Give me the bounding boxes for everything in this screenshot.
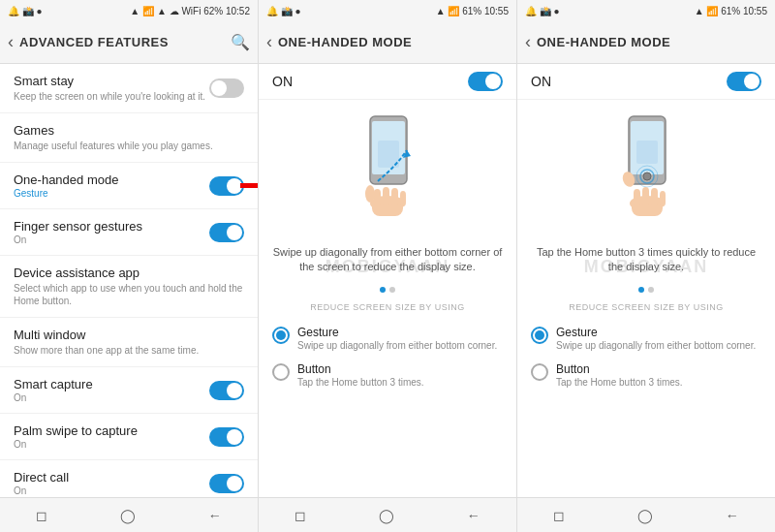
svg-point-14 [643, 172, 651, 180]
setting-multi-window[interactable]: Multi window Show more than one app at t… [0, 318, 258, 367]
toggle-smart-stay[interactable] [209, 78, 244, 98]
battery-mid: ▲ 📶 61% 10:55 [436, 6, 509, 16]
radio-button-gesture[interactable] [272, 363, 290, 381]
panel-one-handed-gesture: MOBIGYAAN 🔔 📸 ● ▲ 📶 61% 10:55 ‹ ONE-HAND… [259, 0, 517, 532]
toggle-one-handed[interactable] [209, 176, 244, 196]
option-gesture-gesture[interactable]: Gesture Swipe up diagonally from either … [259, 320, 516, 357]
search-icon[interactable]: 🔍 [231, 33, 250, 51]
setting-sub-smart-capture: On [14, 392, 93, 403]
toggle-palm-swipe[interactable] [209, 427, 244, 447]
setting-smart-capture[interactable]: Smart capture On [0, 367, 258, 414]
setting-title-palm-swipe: Palm swipe to capture [14, 423, 138, 438]
setting-direct-call[interactable]: Direct call On [0, 460, 258, 497]
setting-smart-stay[interactable]: Smart stay Keep the screen on while you'… [0, 64, 258, 113]
setting-device-assistance[interactable]: Device assistance app Select which app t… [0, 256, 258, 318]
arrow-one-handed [240, 178, 258, 194]
nav-recent[interactable]: ◻ [36, 508, 47, 523]
toggle-ohm-button[interactable] [727, 72, 761, 91]
option-title-button-b: Button [556, 362, 683, 376]
nav-recent-right[interactable]: ◻ [553, 508, 565, 523]
panel-title-right: ONE-HANDED MODE [537, 35, 767, 49]
status-bar-left: 🔔 📸 ● ▲ 📶 ▲ ☁ WiFi 62% 10:52 [0, 0, 258, 21]
setting-desc-device-assistance: Select which app to use when you touch a… [14, 282, 244, 307]
reduce-label-button: REDUCE SCREEN SIZE BY USING [555, 297, 736, 316]
panel-advanced-features: 🔔 📸 ● ▲ 📶 ▲ ☁ WiFi 62% 10:52 ‹ ADVANCED … [0, 0, 259, 532]
svg-rect-5 [374, 189, 381, 206]
status-left-mid: 🔔 📸 ● [266, 6, 301, 16]
setting-title-multi-window: Multi window [14, 328, 244, 342]
back-button[interactable]: ‹ [8, 32, 14, 52]
option-text-gesture-b: Gesture Swipe up diagonally from either … [556, 326, 756, 351]
ohm-on-label-button: ON [531, 74, 551, 89]
nav-home[interactable]: ◯ [120, 508, 136, 523]
top-bar-advanced: ‹ ADVANCED FEATURES 🔍 [0, 21, 258, 64]
ohm-options-button: Gesture Swipe up diagonally from either … [517, 316, 775, 397]
bottom-nav-left: ◻ ◯ ← [0, 497, 258, 532]
panel-title-mid: ONE-HANDED MODE [278, 35, 509, 49]
setting-desc-smart-stay: Keep the screen on while you're looking … [14, 90, 205, 103]
svg-rect-7 [391, 188, 398, 206]
ohm-on-row-gesture: ON [259, 64, 516, 100]
option-gesture-button[interactable]: Gesture Swipe up diagonally from either … [517, 320, 775, 357]
option-desc-gesture: Swipe up diagonally from either bottom c… [297, 340, 497, 351]
nav-back[interactable]: ← [208, 508, 222, 523]
dots-row-button [638, 283, 654, 297]
svg-rect-22 [660, 191, 666, 206]
setting-title-direct-call: Direct call [14, 470, 69, 485]
toggle-finger-sensor[interactable] [209, 223, 244, 242]
back-button-right[interactable]: ‹ [525, 32, 531, 52]
setting-title-finger-sensor: Finger sensor gestures [14, 219, 142, 234]
setting-desc-games: Manage useful features while you play ga… [14, 140, 244, 152]
setting-sub-finger-sensor: On [14, 235, 142, 245]
setting-games[interactable]: Games Manage useful features while you p… [0, 113, 258, 163]
ohm-on-row-button: ON [517, 64, 775, 100]
settings-list: Smart stay Keep the screen on while you'… [0, 64, 258, 497]
radio-gesture[interactable] [272, 327, 290, 344]
dot-b1 [638, 287, 644, 293]
nav-home-mid[interactable]: ◯ [379, 508, 394, 523]
setting-one-handed-mode[interactable]: One-handed mode Gesture [0, 163, 258, 209]
radio-button-b[interactable] [531, 363, 548, 381]
dot-1 [380, 287, 386, 293]
toggle-direct-call[interactable] [209, 474, 244, 493]
toggle-ohm-gesture[interactable] [468, 72, 503, 91]
ohm-on-label-gesture: ON [272, 74, 293, 89]
nav-home-right[interactable]: ◯ [637, 508, 653, 523]
reduce-label-gesture: REDUCE SCREEN SIZE BY USING [296, 297, 478, 316]
battery-left: ▲ ☁ WiFi 62% 10:52 [157, 6, 250, 16]
nav-back-right[interactable]: ← [726, 508, 739, 523]
status-right: ▲ 📶 ▲ ☁ WiFi 62% 10:52 [130, 6, 250, 16]
panel-one-handed-button: MOBIGYAAN 🔔 📸 ● ▲ 📶 61% 10:55 ‹ ONE-HAND… [517, 0, 775, 532]
signal-icons: ▲ 📶 [130, 6, 154, 16]
ohm-desc-button: Tap the Home button 3 times quickly to r… [517, 245, 775, 283]
nav-recent-mid[interactable]: ◻ [294, 508, 306, 523]
option-button-button[interactable]: Button Tap the Home button 3 times. [517, 357, 775, 393]
option-title-gesture-b: Gesture [556, 326, 756, 339]
panel-title-advanced: ADVANCED FEATURES [19, 35, 225, 49]
bottom-nav-mid: ◻ ◯ ← [259, 497, 516, 532]
setting-palm-swipe[interactable]: Palm swipe to capture On [0, 414, 258, 460]
phone-illustration-gesture [349, 111, 426, 237]
option-desc-button-b: Tap the Home button 3 times. [556, 377, 683, 388]
phone-illustration-button [607, 111, 685, 237]
option-title-button-gesture: Button [297, 362, 424, 376]
option-desc-button-gesture: Tap the Home button 3 times. [297, 377, 424, 388]
svg-rect-20 [642, 187, 649, 206]
ohm-desc-gesture: Swipe up diagonally from either bottom c… [259, 245, 516, 283]
top-bar-mid: ‹ ONE-HANDED MODE [259, 21, 516, 64]
option-desc-gesture-b: Swipe up diagonally from either bottom c… [556, 340, 756, 351]
ohm-options-gesture: Gesture Swipe up diagonally from either … [259, 316, 516, 397]
option-button-gesture[interactable]: Button Tap the Home button 3 times. [259, 357, 516, 393]
dot-b2 [648, 287, 654, 293]
status-icons-mid: 🔔 📸 ● [266, 6, 301, 16]
setting-finger-sensor[interactable]: Finger sensor gestures On [0, 209, 258, 256]
toggle-smart-capture[interactable] [209, 381, 244, 400]
svg-rect-6 [383, 187, 389, 206]
nav-back-mid[interactable]: ← [467, 508, 480, 523]
status-icons-left: 🔔 📸 ● [8, 6, 43, 16]
option-text-button-gesture: Button Tap the Home button 3 times. [297, 362, 424, 388]
status-bar-right: 🔔 📸 ● ▲ 📶 61% 10:55 [517, 0, 775, 21]
radio-gesture-b[interactable] [531, 327, 548, 344]
back-button-mid[interactable]: ‹ [266, 32, 272, 52]
setting-desc-multi-window: Show more than one app at the same time. [14, 344, 244, 357]
